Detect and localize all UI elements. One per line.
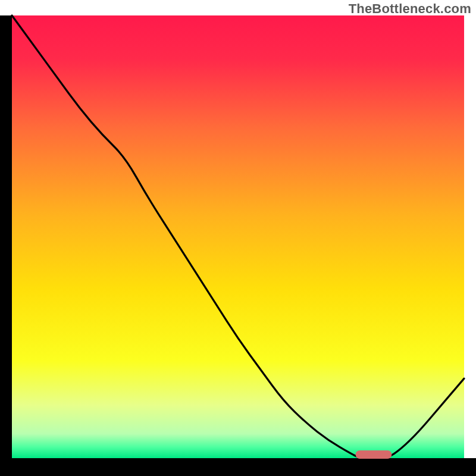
x-axis [0, 458, 476, 476]
bottleneck-chart [0, 0, 476, 476]
watermark-text: TheBottleneck.com [349, 1, 471, 17]
y-axis [0, 15, 12, 476]
optimal-band-marker [356, 450, 392, 459]
plot-background [12, 15, 464, 458]
chart-root: TheBottleneck.com [0, 0, 476, 476]
